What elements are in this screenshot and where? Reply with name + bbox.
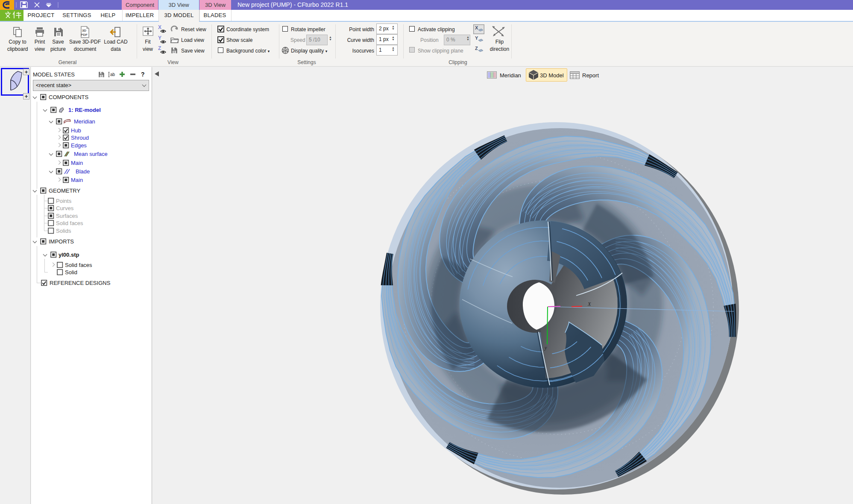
- svg-text:Z: Z: [158, 46, 161, 51]
- svg-text:y: y: [544, 345, 547, 351]
- svg-text:PDF: PDF: [81, 33, 88, 37]
- svg-text:X: X: [158, 25, 161, 30]
- svg-text:X: X: [475, 25, 478, 30]
- svg-text:ab: ab: [110, 72, 115, 77]
- svg-text:Y: Y: [158, 35, 161, 41]
- svg-text:3D: 3D: [82, 29, 86, 32]
- svg-text:X: X: [587, 301, 591, 307]
